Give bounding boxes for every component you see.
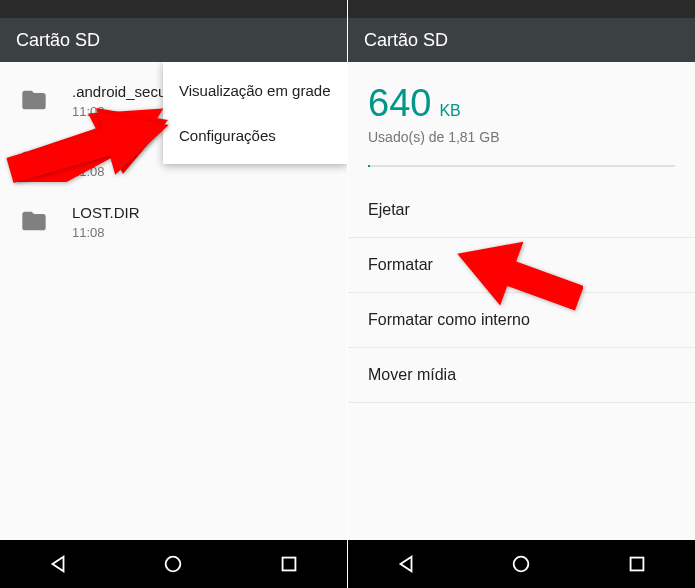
storage-summary: 640 KB Usado(s) de 1,81 GB [348,62,695,183]
svg-point-8 [514,557,529,572]
svg-marker-7 [453,232,523,306]
svg-rect-9 [631,558,644,571]
nav-recent-button[interactable] [265,540,313,588]
svg-marker-3 [97,100,171,175]
nav-back-button[interactable] [34,540,82,588]
nav-recent-button[interactable] [613,540,661,588]
annotation-arrow [453,232,583,326]
app-bar: Cartão SD [348,18,695,62]
storage-used-text: Usado(s) de 1,81 GB [368,129,675,145]
folder-icon [16,203,52,239]
option-move-media[interactable]: Mover mídia [348,348,695,403]
overflow-menu: Visualização em grade Configurações [163,62,347,164]
app-title: Cartão SD [364,30,448,51]
file-info: LOST.DIR 11:08 [72,203,140,240]
file-name: LOST.DIR [72,203,140,223]
menu-item-grid-view[interactable]: Visualização em grade [163,68,347,113]
option-eject[interactable]: Ejetar [348,183,695,238]
menu-item-settings[interactable]: Configurações [163,113,347,158]
svg-rect-2 [6,128,119,183]
content-area: .android_secure 11:08 Android 11:08 LO [0,62,347,540]
annotation-arrow [6,100,171,194]
app-title: Cartão SD [16,30,100,51]
file-row[interactable]: LOST.DIR 11:08 [0,191,347,252]
storage-progress-fill [368,165,370,167]
storage-amount: 640 KB [368,82,675,125]
nav-bar [348,540,695,588]
storage-progress-bar [368,165,675,167]
svg-point-4 [166,557,181,572]
file-time: 11:08 [72,225,140,240]
nav-back-button[interactable] [382,540,430,588]
left-screen: Cartão SD .android_secure 11:08 Android … [0,0,347,588]
nav-home-button[interactable] [149,540,197,588]
svg-rect-5 [283,558,296,571]
storage-unit: KB [439,102,460,120]
right-screen: Cartão SD 640 KB Usado(s) de 1,81 GB Eje… [348,0,695,588]
content-area: 640 KB Usado(s) de 1,81 GB Ejetar Format… [348,62,695,540]
status-bar [348,0,695,18]
status-bar [0,0,347,18]
nav-bar [0,540,347,588]
nav-home-button[interactable] [497,540,545,588]
storage-value: 640 [368,82,431,125]
app-bar: Cartão SD [0,18,347,62]
